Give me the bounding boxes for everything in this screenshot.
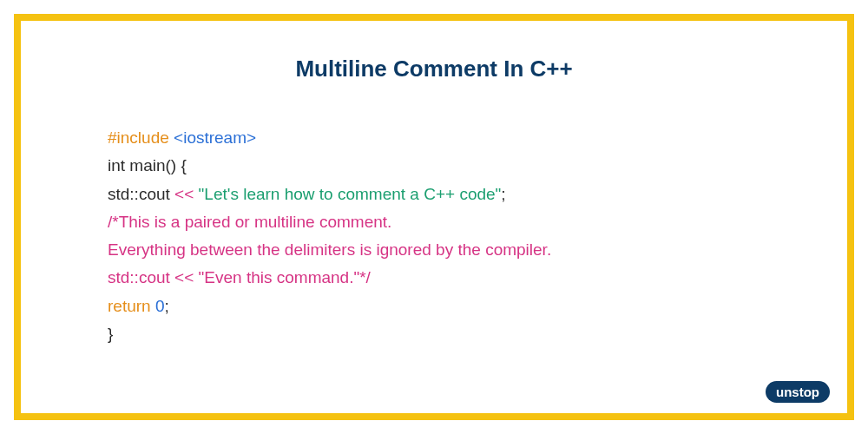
- page-title: Multiline Comment In C++: [108, 56, 760, 82]
- code-line-6: std::cout << "Even this command."*/: [108, 264, 760, 292]
- code-line-1: #include <iostream>: [108, 124, 760, 152]
- code-line-5: Everything between the delimiters is ign…: [108, 236, 760, 264]
- return-value: 0: [155, 297, 165, 315]
- code-line-2: int main() {: [108, 152, 760, 180]
- cout-stmt: std::cout: [108, 185, 174, 203]
- stream-operator: <<: [174, 185, 198, 203]
- semicolon: ;: [165, 297, 169, 315]
- document-frame: Multiline Comment In C++ #include <iostr…: [14, 14, 854, 420]
- header-include: <iostream>: [174, 128, 256, 147]
- code-line-7: return 0;: [108, 293, 760, 320]
- semicolon: ;: [501, 185, 505, 203]
- code-line-4: /*This is a paired or multiline comment.: [108, 208, 760, 236]
- preprocessor-directive: #include: [108, 128, 174, 147]
- return-keyword: return: [108, 297, 155, 315]
- code-line-8: }: [108, 320, 760, 348]
- brand-logo: unstop: [766, 381, 830, 403]
- string-literal: "Let's learn how to comment a C++ code": [199, 185, 502, 203]
- logo-part-2: stop: [792, 385, 819, 399]
- code-line-3: std::cout << "Let's learn how to comment…: [108, 181, 760, 208]
- code-block: #include <iostream> int main() { std::co…: [108, 124, 760, 348]
- logo-part-1: un: [776, 385, 792, 399]
